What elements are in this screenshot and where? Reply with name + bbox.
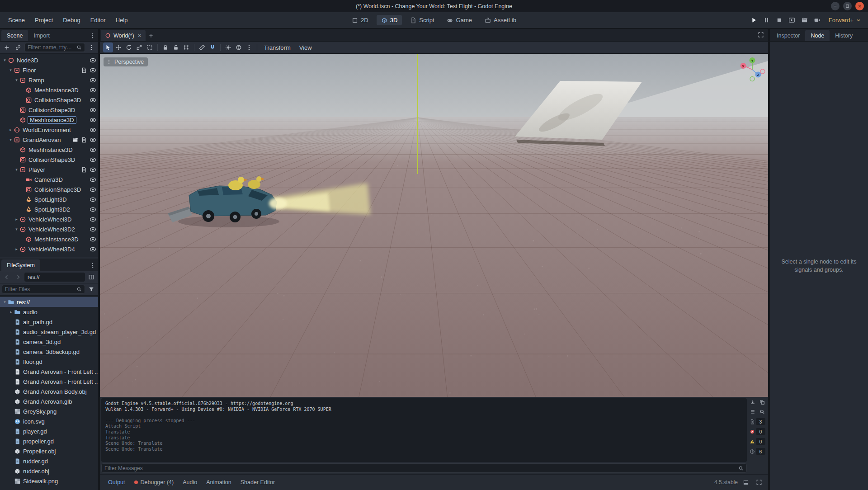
play-button[interactable] (748, 14, 760, 26)
visibility-eye-icon[interactable] (90, 196, 96, 203)
visibility-eye-icon[interactable] (90, 176, 96, 183)
tab-scene[interactable]: Scene (1, 30, 28, 41)
visibility-eye-icon[interactable] (90, 236, 96, 243)
scene-tree-row[interactable]: ▾Player (0, 165, 98, 174)
close-tab-icon[interactable]: × (138, 33, 142, 39)
tree-expand-arrow[interactable]: ▾ (2, 58, 8, 62)
group-node-button[interactable] (181, 42, 191, 52)
tree-expand-arrow[interactable]: ▾ (2, 300, 8, 304)
filesystem-row[interactable]: camera_3dbackup.gd (0, 347, 98, 357)
screen-game-button[interactable]: Game (443, 15, 476, 25)
tab-shader-editor[interactable]: Shader Editor (236, 477, 279, 488)
distraction-free-button[interactable] (756, 30, 766, 40)
filesystem-row[interactable]: rudder.obj (0, 466, 98, 476)
scene-tree-row[interactable]: ▸WorldEnvironment (0, 125, 98, 135)
filter-errors-badge[interactable]: 0 (749, 427, 766, 436)
filesystem-row[interactable]: rudder.gd (0, 456, 98, 466)
toggle-split-mode-button[interactable] (86, 272, 96, 282)
filesystem-row[interactable]: Grand Aerovan.glb (0, 396, 98, 406)
visibility-eye-icon[interactable] (90, 166, 96, 173)
filesystem-row[interactable]: propeller.gd (0, 436, 98, 446)
screen-assetlib-button[interactable]: AssetLib (480, 15, 521, 25)
instance-scene-button[interactable] (13, 42, 23, 52)
filesystem-row[interactable]: Grand Aerovan - Front Left ... (0, 377, 98, 386)
snap-toggle-button[interactable] (208, 42, 217, 52)
tree-expand-arrow[interactable]: ▾ (8, 137, 14, 142)
filesystem-row[interactable]: camera_3d.gd (0, 337, 98, 347)
message-filter-input[interactable]: Filter Messages (101, 463, 747, 473)
script-icon[interactable] (81, 67, 87, 73)
tree-expand-arrow[interactable]: ▸ (8, 127, 14, 132)
view-menu[interactable]: View (295, 43, 316, 52)
scene-tree-row[interactable]: SpotLight3D (0, 194, 98, 204)
scene-tree-row[interactable]: CollisionShape3D (0, 155, 98, 165)
select-tool-button[interactable] (103, 42, 113, 52)
visibility-eye-icon[interactable] (90, 87, 96, 94)
screen-2d-button[interactable]: 2D (347, 15, 373, 25)
scene-tree-row[interactable]: ▾GrandAerovan (0, 135, 98, 145)
visibility-eye-icon[interactable] (90, 117, 96, 123)
dock-menu-button[interactable] (87, 30, 98, 41)
script-icon[interactable] (81, 137, 87, 143)
tab-inspector[interactable]: Inspector (771, 30, 805, 41)
visibility-eye-icon[interactable] (90, 107, 96, 113)
tab-import[interactable]: Import (28, 30, 55, 41)
scene-tree-row[interactable]: ▾Node3D (0, 55, 98, 65)
viewport-scene[interactable]: Y X Z (100, 54, 768, 397)
perspective-menu-button[interactable]: Perspective (104, 57, 148, 66)
screen-script-button[interactable]: Script (406, 15, 439, 25)
filesystem-row[interactable]: ▾res:// (0, 297, 98, 307)
visibility-eye-icon[interactable] (90, 216, 96, 223)
script-icon[interactable] (81, 167, 87, 173)
close-button[interactable] (855, 2, 864, 10)
tree-expand-arrow[interactable]: ▾ (8, 68, 14, 72)
copy-log-button[interactable] (758, 398, 766, 406)
pause-button[interactable] (760, 14, 773, 26)
visibility-eye-icon[interactable] (90, 77, 96, 84)
menu-debug[interactable]: Debug (58, 15, 85, 25)
filesystem-row[interactable]: Grand Aerovan - Front Left ... (0, 367, 98, 377)
instanced-scene-icon[interactable] (72, 137, 78, 143)
filesystem-row[interactable]: Propeller.obj (0, 446, 98, 456)
filesystem-row[interactable]: air_path.gd (0, 317, 98, 327)
tab-node[interactable]: Node (805, 30, 830, 41)
movie-maker-button[interactable] (811, 14, 823, 26)
scene-tree-row[interactable]: MeshInstance3D (0, 115, 98, 125)
lock-node-button[interactable] (160, 42, 170, 52)
filesystem-row[interactable]: Grand Aerovan Body.obj (0, 386, 98, 396)
filesystem-row[interactable]: floor.gd (0, 357, 98, 367)
filesystem-row[interactable]: GreySky.png (0, 406, 98, 416)
visibility-eye-icon[interactable] (90, 146, 96, 153)
tree-expand-arrow[interactable]: ▸ (14, 217, 19, 221)
scene-tree-row[interactable]: ▸VehicleWheel3D4 (0, 244, 98, 254)
visibility-eye-icon[interactable] (90, 57, 96, 64)
visibility-eye-icon[interactable] (90, 67, 96, 74)
filter-info-badge[interactable]: 6 (749, 447, 766, 456)
scene-tree-row[interactable]: MeshInstance3D (0, 145, 98, 155)
tab-history[interactable]: History (830, 30, 858, 41)
new-scene-tab-button[interactable] (146, 30, 157, 41)
scene-tree-row[interactable]: MeshInstance3D (0, 234, 98, 244)
tab-debugger[interactable]: Debugger (4) (130, 477, 178, 488)
filter-log-badge[interactable]: 3 (749, 417, 766, 426)
scene-tree-row[interactable]: MeshInstance3D (0, 85, 98, 95)
search-messages-button[interactable] (758, 408, 766, 416)
transform-menu[interactable]: Transform (260, 43, 295, 52)
scene-tree-row[interactable]: Camera3D (0, 174, 98, 184)
visibility-eye-icon[interactable] (90, 156, 96, 163)
filter-warnings-badge[interactable]: 0 (749, 437, 766, 446)
visibility-eye-icon[interactable] (90, 127, 96, 133)
tab-audio[interactable]: Audio (179, 477, 201, 488)
scale-tool-button[interactable] (134, 42, 144, 52)
menu-help[interactable]: Help (111, 15, 132, 25)
filesystem-row[interactable]: icon.svg (0, 416, 98, 426)
dock-menu-button[interactable] (87, 260, 98, 271)
current-path-field[interactable]: res:// (24, 273, 85, 282)
tab-animation[interactable]: Animation (202, 477, 236, 488)
filesystem-row[interactable]: player.gd (0, 426, 98, 436)
visibility-eye-icon[interactable] (90, 137, 96, 143)
scene-tree-row[interactable]: ▾Ramp (0, 75, 98, 85)
file-sort-button[interactable] (86, 284, 96, 294)
filesystem-row[interactable]: audio_stream_player_3d.gd (0, 327, 98, 337)
viewport-3d[interactable]: Y X Z Perspective (100, 54, 768, 397)
